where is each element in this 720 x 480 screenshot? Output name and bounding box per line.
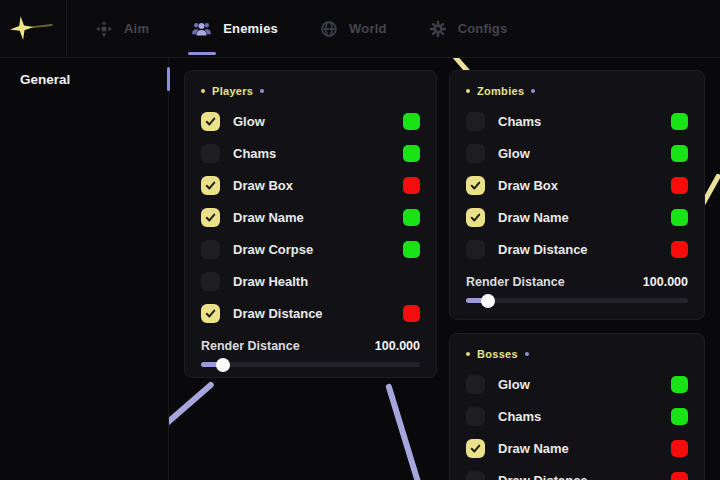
purple-dot-icon [531,89,535,93]
tab-world-label: World [349,21,387,36]
render-distance-control: Render Distance100.000 [201,339,420,367]
toggle-label: Chams [233,146,276,161]
toggle-label: Draw Distance [498,473,588,480]
tab-enemies[interactable]: Enemies [191,0,278,57]
tab-enemies-label: Enemies [223,21,278,36]
panel-title: Bosses [477,348,518,360]
checkbox-chams[interactable] [466,112,485,131]
color-swatch-green[interactable] [403,145,420,162]
color-swatch-green[interactable] [671,113,688,130]
yellow-dot-icon [201,89,205,93]
tab-aim-label: Aim [124,21,149,36]
panel-title: Players [212,85,253,97]
tab-aim[interactable]: Aim [95,0,149,57]
players-panel: Players GlowChamsDraw BoxDraw NameDraw C… [184,70,437,378]
purple-dot-icon [525,352,529,356]
color-swatch-green[interactable] [671,408,688,425]
zombies-panel: Zombies ChamsGlowDraw BoxDraw NameDraw D… [449,70,705,320]
slider-thumb[interactable] [481,294,495,308]
color-swatch-red[interactable] [671,241,688,258]
toggle-row-chams: Chams [466,112,688,131]
slider-thumb[interactable] [216,358,230,372]
gear-icon [429,20,447,38]
toggle-label: Draw Box [498,178,558,193]
slider-label: Render Distance [466,275,565,289]
toggle-label: Draw Corpse [233,242,313,257]
toggle-row-draw-corpse: Draw Corpse [201,240,420,259]
slider-header: Render Distance100.000 [466,275,688,289]
color-swatch-red[interactable] [671,472,688,480]
toggle-label: Chams [498,114,541,129]
panel-header: Players [201,83,420,99]
color-swatch-green[interactable] [671,376,688,393]
checkbox-glow[interactable] [201,112,220,131]
toggle-label: Glow [498,377,530,392]
checkbox-draw-name[interactable] [201,208,220,227]
sidebar-item-general[interactable]: General [0,57,168,101]
slider-label: Render Distance [201,339,300,353]
crosshair-icon [95,20,113,38]
color-swatch-green[interactable] [403,209,420,226]
sparkle-logo-icon [5,10,60,47]
toggle-row-glow: Glow [466,375,688,394]
toggle-label: Glow [233,114,265,129]
active-tab-indicator [188,52,216,55]
toggle-row-chams: Chams [466,407,688,426]
yellow-dot-icon [466,89,470,93]
toggle-row-chams: Chams [201,144,420,163]
checkbox-draw-distance[interactable] [466,240,485,259]
toggle-row-glow: Glow [466,144,688,163]
toggle-label: Draw Health [233,274,308,289]
checkbox-draw-distance[interactable] [466,471,485,480]
toggle-row-draw-distance: Draw Distance [466,240,688,259]
toggle-row-draw-name: Draw Name [201,208,420,227]
color-swatch-green[interactable] [671,145,688,162]
color-swatch-green[interactable] [403,241,420,258]
panel-header: Zombies [466,83,688,99]
color-swatch-red[interactable] [671,440,688,457]
top-navigation-bar: Aim Enemies [0,0,720,58]
toggle-row-draw-box: Draw Box [466,176,688,195]
toggle-label: Draw Name [233,210,304,225]
active-sidebar-indicator [167,67,170,91]
render-distance-slider[interactable] [466,298,688,303]
globe-icon [320,20,338,38]
render-distance-slider[interactable] [201,362,420,367]
checkbox-draw-box[interactable] [201,176,220,195]
tab-configs-label: Configs [458,21,508,36]
slider-value: 100.000 [643,275,688,289]
color-swatch-red[interactable] [403,177,420,194]
color-swatch-green[interactable] [403,113,420,130]
toggle-label: Draw Name [498,210,569,225]
checkbox-draw-name[interactable] [466,208,485,227]
panel-header: Bosses [466,346,688,362]
toggle-row-draw-name: Draw Name [466,439,688,458]
color-swatch-red[interactable] [403,305,420,322]
checkbox-draw-name[interactable] [466,439,485,458]
checkbox-chams[interactable] [201,144,220,163]
toggle-row-draw-name: Draw Name [466,208,688,227]
checkbox-glow[interactable] [466,375,485,394]
checkbox-glow[interactable] [466,144,485,163]
checkbox-draw-distance[interactable] [201,304,220,323]
color-swatch-green[interactable] [671,209,688,226]
decorative-streak [385,383,421,480]
cheat-menu-window: Aim Enemies [0,0,720,480]
checkbox-draw-corpse[interactable] [201,240,220,259]
slider-value: 100.000 [375,339,420,353]
tab-world[interactable]: World [320,0,387,57]
toggle-row-draw-box: Draw Box [201,176,420,195]
toggle-label: Draw Distance [498,242,588,257]
toggle-row-draw-health: Draw Health [201,272,420,291]
tab-configs[interactable]: Configs [429,0,508,57]
toggle-label: Draw Box [233,178,293,193]
checkbox-draw-box[interactable] [466,176,485,195]
bosses-panel: Bosses GlowChamsDraw NameDraw Distance [449,333,705,480]
checkbox-chams[interactable] [466,407,485,426]
color-swatch-red[interactable] [671,177,688,194]
purple-dot-icon [260,89,264,93]
toggle-label: Draw Distance [233,306,323,321]
toggle-label: Chams [498,409,541,424]
toggle-label: Draw Name [498,441,569,456]
checkbox-draw-health[interactable] [201,272,220,291]
